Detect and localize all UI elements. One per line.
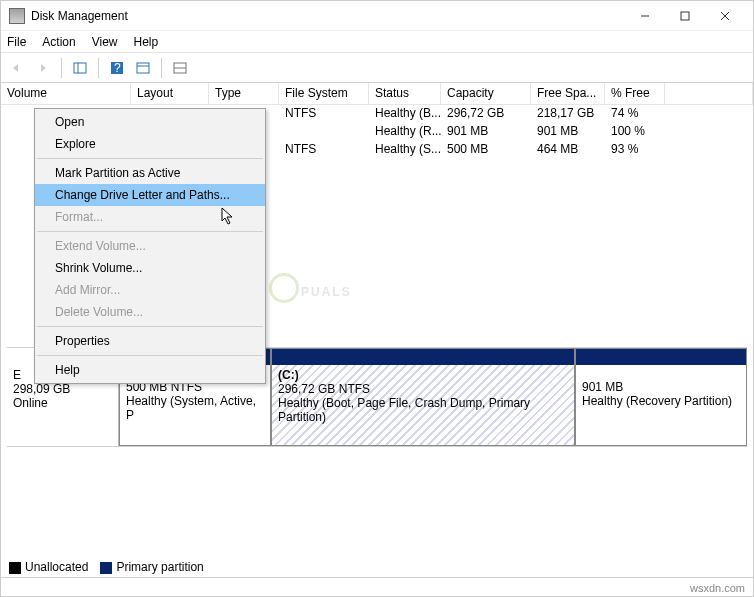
window-title: Disk Management: [31, 9, 625, 23]
svg-rect-8: [137, 63, 149, 73]
col-filesystem[interactable]: File System: [279, 83, 369, 104]
col-freespace[interactable]: Free Spa...: [531, 83, 605, 104]
panel-icon[interactable]: [68, 56, 92, 80]
partition-status: Healthy (Recovery Partition): [582, 394, 740, 408]
partition-recovery[interactable]: 901 MB Healthy (Recovery Partition): [575, 348, 747, 446]
svg-rect-1: [681, 12, 689, 20]
partition-c[interactable]: (C:) 296,72 GB NTFS Healthy (Boot, Page …: [271, 348, 575, 446]
partition-status: Healthy (System, Active, P: [126, 394, 264, 422]
toolbar: ?: [1, 53, 753, 83]
col-layout[interactable]: Layout: [131, 83, 209, 104]
svg-text:?: ?: [114, 61, 121, 75]
ctx-format: Format...: [35, 206, 265, 228]
settings-icon[interactable]: [168, 56, 192, 80]
menubar: File Action View Help: [1, 31, 753, 53]
maximize-button[interactable]: [665, 2, 705, 30]
partition-size: 296,72 GB NTFS: [278, 382, 568, 396]
titlebar: Disk Management: [1, 1, 753, 31]
partition-size: 901 MB: [582, 380, 740, 394]
legend-unallocated: Unallocated: [25, 560, 88, 574]
ctx-delete-volume: Delete Volume...: [35, 301, 265, 323]
close-button[interactable]: [705, 2, 745, 30]
app-icon: [9, 8, 25, 24]
disk-state: Online: [13, 396, 112, 410]
ctx-add-mirror: Add Mirror...: [35, 279, 265, 301]
help-icon[interactable]: ?: [105, 56, 129, 80]
menu-help[interactable]: Help: [134, 35, 159, 49]
col-type[interactable]: Type: [209, 83, 279, 104]
svg-rect-4: [74, 63, 86, 73]
menu-action[interactable]: Action: [42, 35, 75, 49]
ctx-help[interactable]: Help: [35, 359, 265, 381]
partition-status: Healthy (Boot, Page File, Crash Dump, Pr…: [278, 396, 568, 424]
swatch-unallocated: [9, 562, 21, 574]
ctx-explore[interactable]: Explore: [35, 133, 265, 155]
ctx-shrink-volume[interactable]: Shrink Volume...: [35, 257, 265, 279]
table-header-row: Volume Layout Type File System Status Ca…: [1, 83, 753, 105]
ctx-change-drive-letter[interactable]: Change Drive Letter and Paths...: [35, 184, 265, 206]
ctx-mark-active[interactable]: Mark Partition as Active: [35, 162, 265, 184]
forward-icon[interactable]: [31, 56, 55, 80]
swatch-primary: [100, 562, 112, 574]
legend-primary: Primary partition: [116, 560, 203, 574]
partition-title: (C:): [278, 368, 568, 382]
minimize-button[interactable]: [625, 2, 665, 30]
back-icon[interactable]: [5, 56, 29, 80]
menu-view[interactable]: View: [92, 35, 118, 49]
list-icon[interactable]: [131, 56, 155, 80]
legend: Unallocated Primary partition: [9, 560, 204, 574]
col-pctfree[interactable]: % Free: [605, 83, 665, 104]
ctx-open[interactable]: Open: [35, 111, 265, 133]
footer-note: wsxdn.com: [690, 582, 745, 594]
menu-file[interactable]: File: [7, 35, 26, 49]
col-status[interactable]: Status: [369, 83, 441, 104]
disk-size: 298,09 GB: [13, 382, 112, 396]
context-menu: Open Explore Mark Partition as Active Ch…: [34, 108, 266, 384]
col-volume[interactable]: Volume: [1, 83, 131, 104]
ctx-properties[interactable]: Properties: [35, 330, 265, 352]
ctx-extend-volume: Extend Volume...: [35, 235, 265, 257]
col-capacity[interactable]: Capacity: [441, 83, 531, 104]
